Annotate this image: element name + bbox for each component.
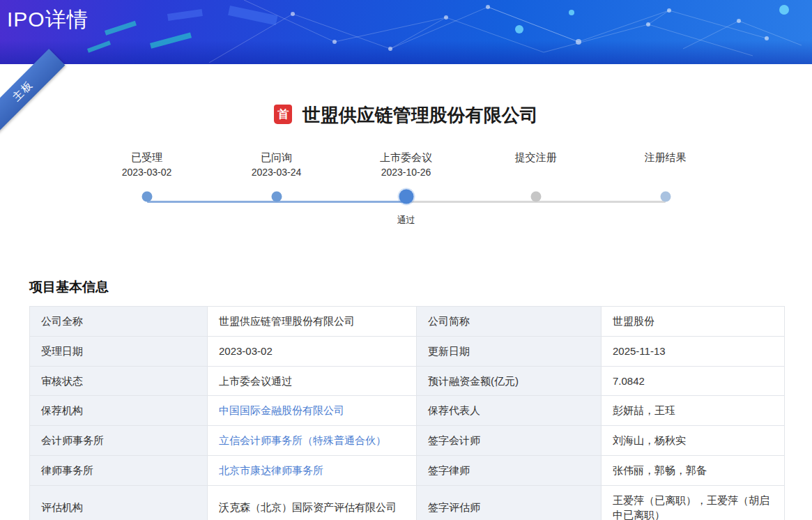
value-company-short-name: 世盟股份: [602, 307, 785, 337]
value-company-full-name: 世盟供应链管理股份有限公司: [208, 307, 417, 337]
label-update-date: 更新日期: [417, 336, 602, 366]
table-row: 评估机构 沃克森（北京）国际资产评估有限公司 签字评估师 王爱萍（已离职），王爱…: [30, 485, 785, 520]
step-note: [601, 214, 730, 225]
label-law-firm: 律师事务所: [30, 455, 208, 485]
banner-network-decoration: [0, 0, 812, 64]
step-note: [471, 214, 601, 225]
label-appraisal-agency: 评估机构: [30, 485, 208, 520]
value-planned-funding: 7.0842: [602, 366, 785, 396]
step-dot-active: [399, 190, 413, 204]
label-signing-lawyer: 签字律师: [417, 455, 602, 485]
value-sponsor-representative: 彭妍喆，王珏: [602, 396, 785, 426]
value-accounting-firm: 立信会计师事务所（特殊普通合伙）: [208, 426, 417, 456]
accounting-firm-link[interactable]: 立信会计师事务所（特殊普通合伙）: [219, 434, 386, 446]
step-dot: [141, 192, 152, 202]
value-signing-accountant: 刘海山，杨秋实: [602, 426, 785, 456]
label-sponsor-representative: 保荐代表人: [417, 396, 602, 426]
value-update-date: 2025-11-13: [602, 336, 785, 366]
label-signing-accountant: 签字会计师: [417, 426, 602, 456]
value-sponsor: 中国国际金融股份有限公司: [208, 396, 417, 426]
step-dot: [271, 192, 282, 202]
table-row: 律师事务所 北京市康达律师事务所 签字律师 张伟丽，郭畅，郭备: [30, 455, 785, 485]
table-row: 保荐机构 中国国际金融股份有限公司 保荐代表人 彭妍喆，王珏: [30, 396, 785, 426]
content-area: 主板 首 世盟供应链管理股份有限公司 已受理 2023-03-02 已问询 20…: [0, 64, 812, 520]
step-date: [601, 167, 730, 182]
step-label: 已问询: [212, 151, 342, 165]
timeline-step-committee-meeting: 上市委会议 2023-10-26 通过: [342, 151, 471, 225]
step-label: 已受理: [82, 151, 212, 165]
ipo-progress-timeline: 已受理 2023-03-02 已问询 2023-03-24 上市委会议 2023…: [82, 151, 730, 234]
value-appraisal-agency: 沃克森（北京）国际资产评估有限公司: [208, 485, 417, 520]
table-row: 受理日期 2023-03-02 更新日期 2025-11-13: [30, 336, 785, 366]
table-row: 审核状态 上市委会议通过 预计融资金额(亿元) 7.0842: [30, 366, 785, 396]
table-row: 会计师事务所 立信会计师事务所（特殊普通合伙） 签字会计师 刘海山，杨秋实: [30, 426, 785, 456]
step-note: [212, 214, 342, 225]
value-law-firm: 北京市康达律师事务所: [208, 455, 417, 485]
label-planned-funding: 预计融资金额(亿元): [417, 366, 602, 396]
step-note: [82, 214, 212, 225]
value-signing-appraiser: 王爱萍（已离职），王爱萍（胡启中已离职）: [602, 485, 785, 520]
value-review-status: 上市委会议通过: [208, 366, 417, 396]
label-accounting-firm: 会计师事务所: [30, 426, 208, 456]
step-date: 2023-10-26: [342, 167, 471, 182]
label-review-status: 审核状态: [30, 366, 208, 396]
first-badge-icon: 首: [274, 105, 292, 124]
step-date: [471, 167, 601, 182]
step-dot: [530, 192, 541, 202]
timeline-step-submit-registration: 提交注册: [471, 151, 601, 225]
label-signing-appraiser: 签字评估师: [417, 485, 602, 520]
timeline-step-registration-result: 注册结果: [601, 151, 730, 225]
basic-info-table: 公司全称 世盟供应链管理股份有限公司 公司简称 世盟股份 受理日期 2023-0…: [29, 306, 785, 520]
company-name: 世盟供应链管理股份有限公司: [302, 103, 538, 128]
table-row: 公司全称 世盟供应链管理股份有限公司 公司简称 世盟股份: [30, 307, 785, 337]
label-acceptance-date: 受理日期: [30, 336, 208, 366]
step-date: 2023-03-02: [82, 167, 212, 182]
label-sponsor: 保荐机构: [30, 396, 208, 426]
law-firm-link[interactable]: 北京市康达律师事务所: [219, 464, 323, 476]
timeline-step-inquired: 已问询 2023-03-24: [212, 151, 342, 225]
page-title: IPO详情: [7, 6, 89, 34]
timeline-step-accepted: 已受理 2023-03-02: [82, 151, 212, 225]
step-label: 提交注册: [471, 151, 601, 165]
value-signing-lawyer: 张伟丽，郭畅，郭备: [602, 455, 785, 485]
step-dot: [660, 192, 671, 202]
step-note-passed: 通过: [342, 214, 471, 225]
value-acceptance-date: 2023-03-02: [208, 336, 417, 366]
page-banner: IPO详情: [0, 0, 812, 64]
step-label: 上市委会议: [342, 151, 471, 165]
step-date: 2023-03-24: [212, 167, 342, 182]
section-title-basic-info: 项目基本信息: [29, 278, 812, 296]
company-header: 首 世盟供应链管理股份有限公司: [0, 103, 812, 128]
step-label: 注册结果: [601, 151, 730, 165]
label-company-short-name: 公司简称: [417, 307, 602, 337]
label-company-full-name: 公司全称: [30, 307, 208, 337]
sponsor-link[interactable]: 中国国际金融股份有限公司: [219, 404, 344, 416]
